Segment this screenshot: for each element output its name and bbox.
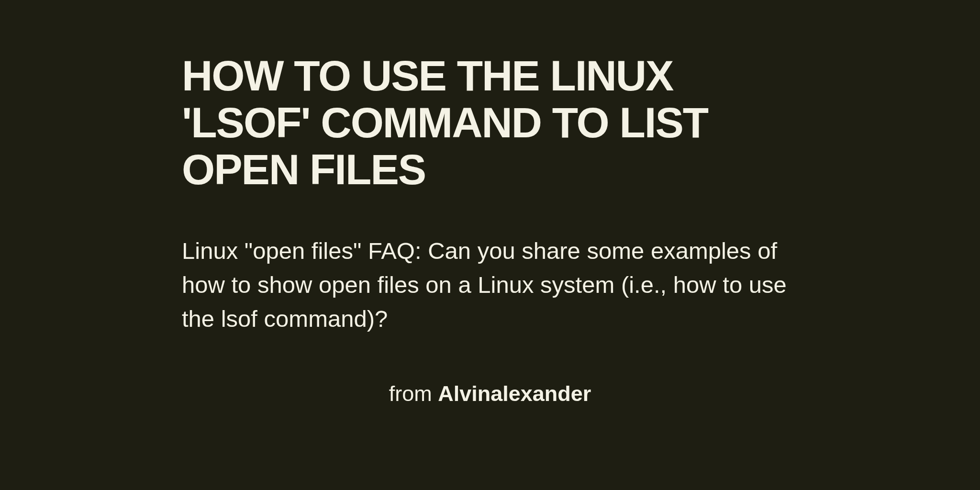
article-summary: Linux "open files" FAQ: Can you share so… <box>182 234 798 336</box>
attribution-prefix: from <box>389 381 438 406</box>
attribution: from Alvinalexander <box>182 381 798 406</box>
article-title: HOW TO USE THE LINUX 'LSOF' COMMAND TO L… <box>182 53 798 193</box>
author-name: Alvinalexander <box>438 381 591 406</box>
